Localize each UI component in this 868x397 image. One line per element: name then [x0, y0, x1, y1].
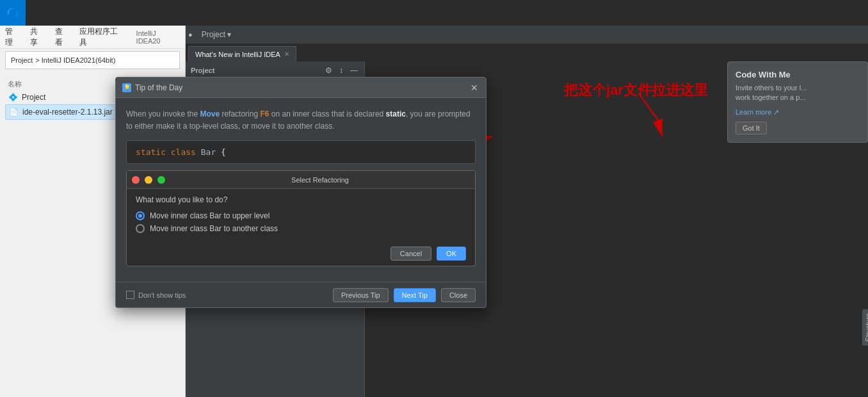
project-panel-icons: ⚙ ↕ —	[323, 65, 359, 76]
tip-move-keyword: Move	[200, 109, 220, 118]
traffic-light-green	[157, 176, 165, 184]
refactor-question: What would you like to do?	[136, 195, 466, 204]
close-tip-button[interactable]: Close	[441, 288, 476, 302]
fe-nav-tools[interactable]: 应用程序工具	[79, 26, 123, 48]
exe-icon: 💠	[8, 92, 18, 102]
refactor-action-buttons: Cancel OK	[127, 241, 475, 266]
exe-filename: Project	[22, 93, 45, 102]
refactor-cancel-button[interactable]: Cancel	[390, 247, 431, 261]
tip-nav-buttons: Previous Tip Next Tip Close	[333, 288, 476, 302]
tip-static-keyword: static	[386, 109, 406, 118]
ij-menu-project[interactable]: Project ▾	[197, 29, 237, 40]
code-bar: Bar	[201, 147, 221, 157]
traffic-light-yellow	[145, 176, 152, 184]
settings-icon[interactable]: ⚙	[323, 65, 334, 76]
previous-tip-button[interactable]: Previous Tip	[333, 288, 389, 302]
ij-tabs: What's New in IntelliJ IDEA ✕	[186, 44, 868, 61]
tip-title-icon: 💡	[122, 83, 131, 92]
tab-close-icon[interactable]: ✕	[284, 51, 289, 58]
tip-f6-keyword: F6	[260, 109, 269, 118]
cwm-got-it-button[interactable]: Got It	[735, 122, 767, 134]
cwm-title: Code With Me	[735, 70, 860, 79]
refactor-dialog-title: Select Refactoring	[170, 176, 470, 184]
fe-col-name: 名称	[8, 79, 22, 89]
refactor-body: What would you like to do? Move inner cl…	[127, 189, 475, 241]
tip-dialog-header: 💡 Tip of the Day ✕	[116, 77, 486, 98]
jar-filename: ide-eval-resetter-2.1.13.jar	[22, 108, 113, 117]
top-bar	[0, 0, 868, 26]
project-panel-title: Project	[191, 67, 214, 74]
dont-show-label: Don't show tips	[138, 291, 186, 299]
code-static: static	[136, 147, 171, 157]
code-with-me-popup: Code With Me Invite others to your l...w…	[727, 61, 868, 143]
tip-close-button[interactable]: ✕	[469, 83, 479, 93]
fe-address-bar[interactable]: Project > IntelliJ IDEA2021(64bit)	[5, 51, 180, 69]
tip-dialog-body: When you invoke the Move refactoring F6 …	[116, 98, 486, 282]
dont-show-checkbox[interactable]: Don't show tips	[126, 291, 186, 299]
checkbox-box[interactable]	[126, 291, 134, 299]
radio-option-another[interactable]: Move inner class Bar to another class	[136, 222, 466, 235]
tip-dialog-footer: Don't show tips Previous Tip Next Tip Cl…	[116, 282, 486, 307]
traffic-light-red	[132, 176, 140, 184]
radio-label-another: Move inner class Bar to another class	[150, 224, 278, 233]
fe-nav-view[interactable]: 查看	[55, 26, 70, 48]
tab-whats-new[interactable]: What's New in IntelliJ IDEA ✕	[188, 46, 296, 61]
code-class: class	[171, 147, 201, 157]
fe-nav-share[interactable]: 共享	[30, 26, 45, 48]
refactor-header: Select Refactoring	[127, 171, 475, 189]
refactor-ok-button[interactable]: OK	[437, 247, 466, 261]
ij-menubar: ● Project ▾	[186, 26, 868, 44]
structure-tab[interactable]: Structure	[862, 309, 868, 346]
jar-icon: 📄	[8, 107, 19, 117]
code-example: static class Bar {	[126, 140, 476, 164]
cn-annotation-text: 把这个jar文件拉进这里	[564, 81, 708, 100]
fe-toolbar: 管理 共享 查看 应用程序工具 IntelliJ IDEA20	[0, 26, 185, 49]
refactor-sub-dialog: Select Refactoring What would you like t…	[126, 170, 476, 266]
expand-icon[interactable]: ↕	[336, 65, 346, 76]
tip-of-day-dialog: 💡 Tip of the Day ✕ When you invoke the M…	[115, 77, 486, 308]
tab-label: What's New in IntelliJ IDEA	[195, 51, 280, 58]
tip-description: When you invoke the Move refactoring F6 …	[126, 108, 476, 133]
minus-icon[interactable]: —	[349, 65, 359, 76]
cwm-learn-more-link[interactable]: Learn more ↗	[735, 108, 860, 117]
fe-path: > IntelliJ IDEA2021(64bit)	[35, 56, 115, 64]
radio-label-upper: Move inner class Bar to upper level	[150, 211, 269, 220]
radio-button-another[interactable]	[136, 224, 145, 233]
cwm-description: Invite others to your l...work together …	[735, 83, 860, 103]
fe-manage[interactable]: 管理	[5, 26, 20, 48]
fe-breadcrumb: Project	[11, 56, 33, 64]
code-open-brace: {	[221, 147, 226, 157]
edge-icon[interactable]	[0, 0, 26, 26]
tip-dialog-title: 💡 Tip of the Day	[122, 83, 182, 92]
next-tip-button[interactable]: Next Tip	[394, 288, 436, 302]
radio-button-upper[interactable]	[136, 211, 145, 220]
ij-logo: ●	[188, 31, 193, 38]
radio-option-upper[interactable]: Move inner class Bar to upper level	[136, 209, 466, 222]
ij-version-label: IntelliJ IDEA20	[136, 29, 180, 45]
tip-title-label: Tip of the Day	[135, 83, 182, 92]
